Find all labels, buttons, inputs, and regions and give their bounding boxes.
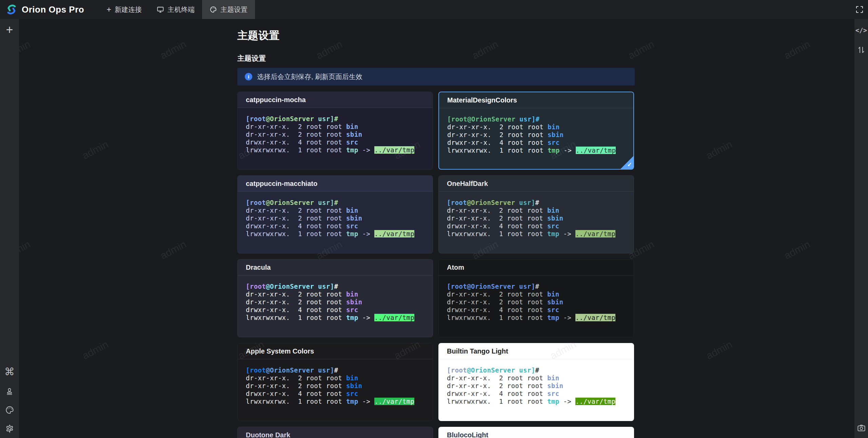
prompt-user: [root xyxy=(246,283,266,290)
tab-new-connection[interactable]: + 新建连接 xyxy=(99,0,149,19)
prompt-hash: # xyxy=(334,115,338,122)
prompt-path: usr] xyxy=(515,199,535,206)
terminal-line: dr-xr-xr-x. 2 root root bin xyxy=(447,123,625,131)
theme-card[interactable]: OneHalfDark [root@OrionServer usr]# dr-x… xyxy=(438,175,634,253)
prompt-hash: # xyxy=(535,283,539,290)
theme-card-title: BlulocoLight xyxy=(447,431,488,438)
terminal-line: dr-xr-xr-x. 2 root root sbin xyxy=(246,298,425,306)
prompt-hash: # xyxy=(535,199,539,206)
theme-card-title: MaterialDesignColors xyxy=(447,96,517,104)
theme-card[interactable]: MaterialDesignColors [root@OrionServer u… xyxy=(438,92,634,170)
notice-text: 选择后会立刻保存, 刷新页面后生效 xyxy=(257,72,362,81)
theme-card-title: Atom xyxy=(447,264,464,271)
tab-host-terminal[interactable]: 主机终端 xyxy=(149,0,202,19)
terminal-preview: [root@OrionServer usr]# dr-xr-xr-x. 2 ro… xyxy=(238,275,433,322)
topbar: Orion Ops Pro + 新建连接 主机终端 xyxy=(0,0,868,19)
sort-vertical-icon[interactable] xyxy=(857,45,865,54)
terminal-line: dr-xr-xr-x. 2 root root sbin xyxy=(447,382,626,390)
theme-card-title: catppuccin-macchiato xyxy=(246,180,317,187)
stamp-icon[interactable] xyxy=(5,387,14,396)
prompt-host: @OrionServer xyxy=(266,199,314,206)
theme-card[interactable]: Duotone Dark [root@OrionServer usr]# dr-… xyxy=(237,427,433,438)
tab-label: 新建连接 xyxy=(115,5,142,14)
terminal-preview: [root@OrionServer usr]# dr-xr-xr-x. 2 ro… xyxy=(439,108,633,154)
theme-card[interactable]: Apple System Colors [root@OrionServer us… xyxy=(237,343,433,421)
watermark-text: admin xyxy=(782,239,812,262)
symlink-target: ../var/tmp xyxy=(575,314,615,321)
prompt-hash: # xyxy=(334,199,338,206)
symlink-target: ../var/tmp xyxy=(374,314,414,321)
terminal-prompt-line: [root@OrionServer usr]# xyxy=(246,115,425,123)
prompt-path: usr] xyxy=(314,115,334,122)
symlink-target: ../var/tmp xyxy=(576,147,616,154)
terminal-line: drwxr-xr-x. 4 root root src xyxy=(246,138,425,146)
terminal-line: drwxr-xr-x. 4 root root src xyxy=(246,222,425,230)
terminal-prompt-line: [root@OrionServer usr]# xyxy=(246,283,425,290)
watermark-text: admin xyxy=(626,38,656,61)
symlink-target: ../var/tmp xyxy=(374,146,414,154)
terminal-link-line: lrwxrwxrwx. 1 root root tmp -> ../var/tm… xyxy=(447,230,626,238)
prompt-user: [root xyxy=(447,283,467,290)
symlink-target: ../var/tmp xyxy=(374,230,414,237)
theme-card-title: Apple System Colors xyxy=(246,347,314,355)
topbar-tabs: + 新建连接 主机终端 主题设置 xyxy=(99,0,255,19)
prompt-path: usr] xyxy=(314,283,334,290)
app-title: Orion Ops Pro xyxy=(22,4,84,15)
prompt-user: [root xyxy=(246,199,266,206)
theme-card-header: Apple System Colors xyxy=(238,343,433,359)
app-brand: Orion Ops Pro xyxy=(0,3,90,16)
terminal-line: drwxr-xr-x. 4 root root src xyxy=(246,390,425,398)
terminal-link-line: lrwxrwxrwx. 1 root root tmp -> ../var/tm… xyxy=(447,147,625,154)
terminal-prompt-line: [root@OrionServer usr]# xyxy=(447,115,625,123)
terminal-link-line: lrwxrwxrwx. 1 root root tmp -> ../var/tm… xyxy=(447,398,626,405)
prompt-user: [root xyxy=(447,115,467,123)
terminal-preview: [root@OrionServer usr]# dr-xr-xr-x. 2 ro… xyxy=(439,192,634,238)
watermark-text: admin xyxy=(80,138,110,161)
orion-logo-icon xyxy=(5,3,18,16)
terminal-line: dr-xr-xr-x. 2 root root bin xyxy=(447,207,626,214)
camera-icon[interactable] xyxy=(857,423,866,433)
theme-card[interactable]: Dracula [root@OrionServer usr]# dr-xr-xr… xyxy=(237,259,433,337)
theme-card[interactable]: catppuccin-macchiato [root@OrionServer u… xyxy=(237,175,433,253)
terminal-line: dr-xr-xr-x. 2 root root sbin xyxy=(246,382,425,390)
fullscreen-icon[interactable] xyxy=(855,5,864,14)
prompt-path: usr] xyxy=(515,115,535,123)
prompt-user: [root xyxy=(447,199,467,206)
terminal-line: dr-xr-xr-x. 2 root root sbin xyxy=(447,131,625,139)
code-icon[interactable]: </> xyxy=(855,26,867,34)
theme-card[interactable]: catppuccin-mocha [root@OrionServer usr]#… xyxy=(237,92,433,170)
gear-icon[interactable] xyxy=(5,424,14,433)
terminal-line: dr-xr-xr-x. 2 root root bin xyxy=(447,290,626,298)
info-icon: i xyxy=(245,73,252,80)
terminal-prompt-line: [root@OrionServer usr]# xyxy=(246,366,425,374)
watermark-text: admin xyxy=(470,38,500,61)
tab-theme-settings[interactable]: 主题设置 xyxy=(202,0,255,19)
prompt-hash: # xyxy=(535,366,539,374)
terminal-preview: [root@OrionServer usr]# dr-xr-xr-x. 2 ro… xyxy=(439,275,634,322)
theme-card-title: Builtin Tango Light xyxy=(447,347,508,355)
theme-card[interactable]: Atom [root@OrionServer usr]# dr-xr-xr-x.… xyxy=(438,259,634,337)
terminal-lines: dr-xr-xr-x. 2 root root bindr-xr-xr-x. 2… xyxy=(447,207,626,238)
prompt-host: @OrionServer xyxy=(467,115,515,123)
prompt-user: [root xyxy=(447,366,467,374)
prompt-host: @OrionServer xyxy=(266,366,314,374)
palette-icon[interactable] xyxy=(5,405,14,415)
terminal-lines: dr-xr-xr-x. 2 root root bindr-xr-xr-x. 2… xyxy=(447,290,626,322)
selected-check-icon: ✓ xyxy=(627,161,632,168)
watermark-text: admin xyxy=(158,38,188,61)
theme-card[interactable]: Builtin Tango Light [root@OrionServer us… xyxy=(438,343,634,421)
tab-label: 主题设置 xyxy=(220,5,248,14)
monitor-icon xyxy=(157,6,164,13)
terminal-preview: [root@OrionServer usr]# dr-xr-xr-x. 2 ro… xyxy=(238,192,433,238)
theme-card-header: catppuccin-macchiato xyxy=(238,176,433,192)
tab-label: 主机终端 xyxy=(167,5,195,14)
watermark-text: admin xyxy=(782,38,812,61)
watermark-text: admin xyxy=(80,339,110,362)
command-icon[interactable]: ⌘ xyxy=(4,366,15,378)
prompt-host: @OrionServer xyxy=(266,283,314,290)
plus-icon[interactable]: + xyxy=(6,24,13,36)
theme-card[interactable]: BlulocoLight [root@OrionServer usr]# dr-… xyxy=(438,427,634,438)
theme-card-header: Atom xyxy=(439,260,634,275)
prompt-path: usr] xyxy=(314,366,334,374)
prompt-path: usr] xyxy=(314,199,334,206)
